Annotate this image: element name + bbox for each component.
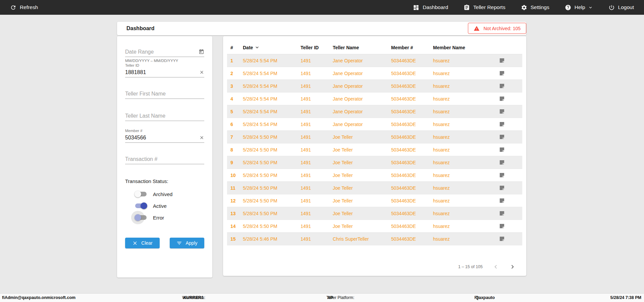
- page-header-card: Dashboard Not Archived: 105: [117, 22, 526, 35]
- nav-help[interactable]: Help: [565, 4, 593, 11]
- row-member-name: hsuarez: [430, 134, 495, 140]
- previous-page-button[interactable]: [492, 263, 499, 270]
- nav-teller-reports-label: Teller Reports: [473, 4, 505, 10]
- column-header-member-name[interactable]: Member Name: [430, 45, 495, 50]
- row-teller-id: 1491: [297, 83, 329, 89]
- note-icon[interactable]: [499, 160, 505, 165]
- note-icon[interactable]: [499, 134, 505, 140]
- row-teller-id: 1491: [297, 160, 329, 165]
- nav-logout[interactable]: Logout: [608, 4, 634, 11]
- transaction-number-field[interactable]: Transaction #: [125, 154, 204, 164]
- table-row[interactable]: 4 5/28/24 5:54 PM 1491 Jane Operator 503…: [227, 93, 522, 105]
- clear-teller-id-icon[interactable]: [199, 70, 204, 75]
- row-teller-name: Joe Teller: [329, 224, 388, 229]
- table-body: 1 5/28/24 5:54 PM 1491 Jane Operator 503…: [227, 54, 522, 245]
- column-header-teller-name[interactable]: Teller Name: [329, 45, 388, 50]
- note-icon[interactable]: [499, 172, 505, 178]
- row-number: 5: [227, 109, 239, 114]
- row-date: 5/28/24 5:50 PM: [239, 198, 297, 203]
- transaction-status-toggles: Archived Active Error: [125, 189, 204, 222]
- clear-member-number-icon[interactable]: [199, 135, 204, 140]
- next-page-button[interactable]: [509, 263, 516, 270]
- note-icon[interactable]: [499, 109, 505, 114]
- column-header-member-number[interactable]: Member #: [388, 45, 430, 50]
- power-icon: [608, 4, 615, 11]
- clear-button-label: Clear: [141, 240, 152, 246]
- table-row[interactable]: 13 5/28/24 5:50 PM 1491 Joe Teller 50344…: [227, 207, 522, 220]
- toggle-active[interactable]: Active: [135, 201, 204, 210]
- note-icon[interactable]: [499, 198, 505, 203]
- nav-teller-reports[interactable]: Teller Reports: [464, 4, 505, 11]
- toggle-archived-label: Archived: [153, 191, 172, 197]
- teller-reports-icon: [464, 4, 470, 11]
- column-header-teller-id[interactable]: Teller ID: [297, 45, 329, 50]
- teller-last-name-field[interactable]: Teller Last Name: [125, 111, 204, 121]
- nav-dashboard[interactable]: Dashboard: [413, 4, 448, 11]
- calendar-icon[interactable]: [199, 49, 204, 55]
- table-row[interactable]: 9 5/28/24 5:50 PM 1491 Joe Teller 503446…: [227, 156, 522, 169]
- row-number: 11: [227, 185, 239, 191]
- table-row[interactable]: 3 5/28/24 5:54 PM 1491 Jane Operator 503…: [227, 80, 522, 93]
- table-row[interactable]: 2 5/28/24 5:54 PM 1491 Jane Operator 503…: [227, 67, 522, 80]
- note-icon[interactable]: [499, 210, 505, 216]
- row-number: 6: [227, 122, 239, 127]
- table-row[interactable]: 12 5/28/24 5:50 PM 1491 Joe Teller 50344…: [227, 194, 522, 207]
- not-archived-badge[interactable]: Not Archived: 105: [468, 23, 526, 34]
- note-icon[interactable]: [499, 83, 505, 89]
- table-row[interactable]: 15 5/28/24 5:46 PM 1491 Chris SuperTelle…: [227, 233, 522, 245]
- row-number: 8: [227, 147, 239, 153]
- table-row[interactable]: 1 5/28/24 5:54 PM 1491 Jane Operator 503…: [227, 54, 522, 67]
- table-row[interactable]: 11 5/28/24 5:50 PM 1491 Joe Teller 50344…: [227, 182, 522, 194]
- note-icon[interactable]: [499, 121, 505, 127]
- row-date: 5/28/24 5:54 PM: [239, 58, 297, 63]
- table-row[interactable]: 10 5/28/24 5:50 PM 1491 Joe Teller 50344…: [227, 169, 522, 182]
- row-number: 7: [227, 134, 239, 140]
- date-range-field[interactable]: Date Range: [125, 47, 204, 57]
- table-row[interactable]: 7 5/28/24 5:50 PM 1491 Joe Teller 503446…: [227, 131, 522, 143]
- toggle-error-label: Error: [153, 215, 164, 221]
- apply-button[interactable]: Apply: [170, 238, 204, 248]
- date-range-hint: MM/DD/YYYY – MM/DD/YYYY: [125, 59, 204, 63]
- note-icon[interactable]: [499, 147, 505, 153]
- note-icon[interactable]: [499, 96, 505, 102]
- member-number-label: Member #: [125, 129, 204, 133]
- teller-first-name-field[interactable]: Teller First Name: [125, 89, 204, 99]
- table-row[interactable]: 8 5/28/24 5:50 PM 1491 Joe Teller 503446…: [227, 143, 522, 156]
- row-member-name: hsuarez: [430, 147, 495, 153]
- refresh-button[interactable]: Refresh: [10, 4, 38, 11]
- table-row[interactable]: 6 5/28/24 5:54 PM 1491 Jane Operator 503…: [227, 118, 522, 131]
- note-icon[interactable]: [499, 223, 505, 229]
- row-member-name: hsuarez: [430, 83, 495, 89]
- row-member-number: 5034463DE: [388, 147, 430, 153]
- row-member-number: 5034463DE: [388, 160, 430, 165]
- row-member-name: hsuarez: [430, 224, 495, 229]
- filter-icon: [176, 240, 182, 246]
- row-teller-name: Joe Teller: [329, 147, 388, 153]
- toggle-error[interactable]: Error: [135, 213, 204, 222]
- note-icon[interactable]: [499, 185, 505, 191]
- note-icon[interactable]: [499, 236, 505, 242]
- filter-panel: Date Range MM/DD/YYYY – MM/DD/YYYY Telle…: [117, 36, 212, 278]
- row-teller-id: 1491: [297, 96, 329, 102]
- column-header-num[interactable]: #: [227, 45, 239, 50]
- row-member-name: hsuarez: [430, 96, 495, 102]
- row-member-number: 5034463DE: [388, 185, 430, 191]
- table-row[interactable]: 5 5/28/24 5:54 PM 1491 Jane Operator 503…: [227, 105, 522, 118]
- note-icon[interactable]: [499, 58, 505, 63]
- page-title: Dashboard: [126, 25, 155, 32]
- row-date: 5/28/24 5:50 PM: [239, 147, 297, 153]
- teller-id-field[interactable]: 1881881: [125, 67, 204, 77]
- toggle-error-switch: [135, 215, 147, 220]
- member-number-field[interactable]: 5034566: [125, 133, 204, 143]
- column-header-date[interactable]: Date: [239, 45, 297, 50]
- row-date: 5/28/24 5:54 PM: [239, 71, 297, 76]
- row-teller-id: 1491: [297, 185, 329, 191]
- toggle-archived[interactable]: Archived: [135, 189, 204, 199]
- note-icon[interactable]: [499, 70, 505, 76]
- nav-settings[interactable]: Settings: [521, 4, 549, 11]
- row-teller-name: Joe Teller: [329, 134, 388, 140]
- table-row[interactable]: 14 5/28/24 5:50 PM 1491 Joe Teller 50344…: [227, 220, 522, 233]
- clear-button[interactable]: Clear: [125, 238, 160, 248]
- nav-dashboard-label: Dashboard: [423, 4, 448, 10]
- refresh-icon: [10, 4, 16, 11]
